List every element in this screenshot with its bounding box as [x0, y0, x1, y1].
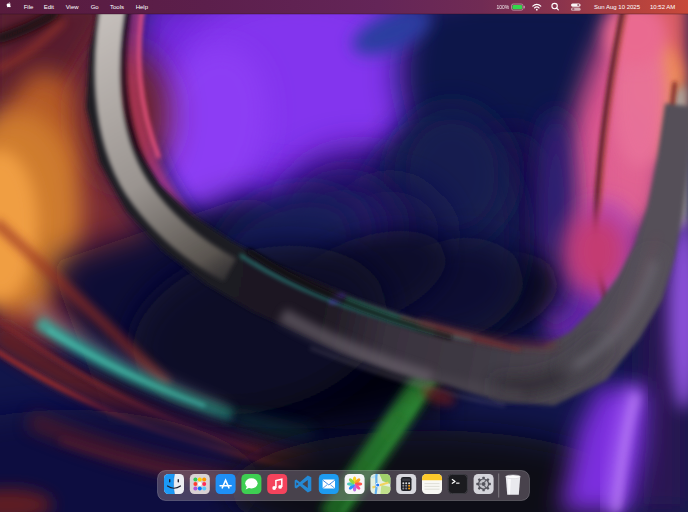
svg-text:Help: Help: [136, 4, 149, 10]
svg-text:10:52 AM: 10:52 AM: [650, 4, 675, 10]
svg-text:Sun Aug 10 2025: Sun Aug 10 2025: [594, 4, 641, 10]
svg-text:Tools: Tools: [110, 4, 124, 10]
svg-text:View: View: [66, 4, 80, 10]
svg-text:Edit: Edit: [44, 4, 55, 10]
svg-text:100%: 100%: [497, 4, 510, 10]
svg-text:File: File: [24, 4, 34, 10]
svg-text:Go: Go: [91, 4, 100, 10]
